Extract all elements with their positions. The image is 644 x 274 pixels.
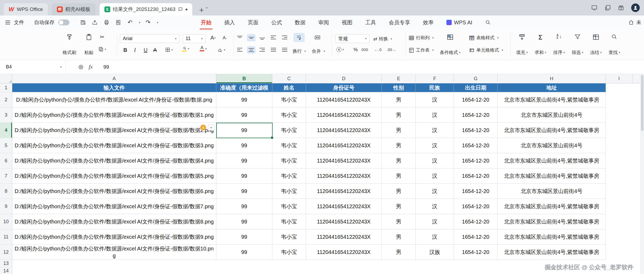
column-header-A[interactable]: A [12,74,216,83]
header-cell-G1[interactable]: 出生日期 [454,83,498,92]
cell-B10[interactable]: 99 [216,214,272,229]
conditional-format-button[interactable]: 条件格式▾ [437,32,464,58]
sort-button[interactable]: AZ↓ 排序▾ [551,32,567,58]
sum-button[interactable]: Σ 求和▾ [532,32,548,58]
cell-F3[interactable]: 汉 [416,107,454,123]
cell-C9[interactable]: 韦小宝 [272,199,306,214]
cell-G7[interactable]: 1654-12-20 [454,168,498,184]
print-preview-button[interactable] [114,18,122,27]
tab-review[interactable]: 审阅 [318,16,329,29]
file-menu[interactable]: 文件 [14,19,24,26]
header-cell-E1[interactable]: 性别 [382,83,416,92]
header-cell-B1[interactable]: 准确度（用来过滤模 [216,83,272,92]
row-header-7[interactable]: 7 [0,168,12,184]
wrap-text-menu[interactable]: 换行▾ [293,48,306,54]
formula-input[interactable]: 99 [103,64,109,70]
cell-F4[interactable]: 汉 [416,123,454,138]
cell-A12[interactable]: D:/鲸闲办公/python办公/摸鱼办公软件/数据源/excel AI文件/身… [12,245,216,260]
cell-H2[interactable]: 北京市东城区景山前街4号,紫禁城敬事房 [498,92,606,107]
cell-D2[interactable]: 11204416541220243X [306,92,382,107]
cell-F5[interactable]: 汉 [416,138,454,153]
cell-D6[interactable]: 11204416541220243X [306,153,382,168]
column-header-B[interactable]: B [216,74,272,83]
row-header-14[interactable]: 14 [0,267,12,274]
cell-G3[interactable]: 1654-12-20 [454,107,498,123]
paste-button[interactable]: 粘贴 [81,32,97,58]
cell-A2[interactable]: D:/鲸闲办公/python办公/摸鱼办公软件/数据源/excel AI文件/身… [12,92,216,107]
vertical-scrollbar[interactable] [640,74,644,274]
fill-color-button[interactable]: ▾ [182,46,189,52]
cell-E2[interactable]: 男 [382,92,416,107]
font-size-select[interactable]: 11▾ [183,34,206,43]
seal-icon[interactable] [78,64,84,70]
table-style-menu[interactable]: 表格样式▾ [469,35,499,41]
header-cell-F1[interactable]: 民族 [416,83,454,92]
undo-button[interactable]: ↶ [126,18,134,27]
distribute-button[interactable] [282,48,287,52]
tab-tools[interactable]: 工具 [365,16,376,29]
cell-G4[interactable]: 1654-12-20 [454,123,498,138]
align-right-button[interactable] [260,48,265,52]
cell-E5[interactable]: 男 [382,138,416,153]
cell-E6[interactable]: 男 [382,153,416,168]
freeze-button[interactable]: 冻结▾ [588,32,604,58]
row-header-2[interactable]: 2 [0,92,12,107]
column-header-F[interactable]: F [416,74,454,83]
merge-cells-button[interactable] [314,34,321,41]
cell-F7[interactable]: 汉 [416,168,454,184]
header-cell-H1[interactable]: 地址 [498,83,606,92]
cell-C3[interactable]: 韦小宝 [272,107,306,123]
cell-G2[interactable]: 1654-12-20 [454,92,498,107]
percent-format-button[interactable]: % [354,47,358,53]
cell-B3[interactable]: 99 [216,107,272,123]
redo-chevron-icon[interactable]: ▾ [157,21,159,24]
cell-B12[interactable]: 99 [216,245,272,260]
increase-decimal-button[interactable]: ←.0 [374,48,382,52]
cast-icon[interactable] [591,5,598,11]
row-header-9[interactable]: 9 [0,199,12,214]
cell-C2[interactable]: 韦小宝 [272,92,306,107]
row-header-11[interactable]: 11 [0,229,12,245]
cell-D8[interactable]: 11204416541220243X [306,184,382,199]
menu-right-area[interactable]: 未 [628,16,641,29]
cell-E9[interactable]: 男 [382,199,416,214]
column-header-I[interactable]: I [606,74,633,83]
cell-B4[interactable]: 99 [216,123,272,138]
tab-insert[interactable]: 插入 [224,16,235,29]
name-box[interactable]: B4 ▾ [0,60,66,74]
underline-button[interactable]: U [144,47,147,53]
print-button[interactable] [103,18,111,27]
cell-A9[interactable]: D:/鲸闲办公/python办公/摸鱼办公软件/数据源/excel AI文件/身… [12,199,216,214]
copy-button[interactable]: ▾ [98,47,106,52]
convert-button[interactable]: ⇄ 转换▾ [373,36,392,42]
cell-H10[interactable]: 北京市东城区景山前街4号,紫禁城敬事房 [498,214,606,229]
cell-G11[interactable]: 1654-12-20 [454,229,498,245]
redo-button[interactable]: ↷ [144,18,152,27]
cell-C4[interactable]: 韦小宝 [272,123,306,138]
fill-button[interactable]: 填充▾ [514,32,530,58]
cell-A7[interactable]: D:/鲸闲办公/python办公/摸鱼办公软件/数据源/excel AI文件/身… [12,168,216,184]
cell-B7[interactable]: 99 [216,168,272,184]
cell-E4[interactable]: 男 [382,123,416,138]
cell-F2[interactable]: 汉 [416,92,454,107]
font-color-button[interactable]: A ▾ [200,46,207,51]
align-middle-button[interactable] [247,34,255,41]
cell-D3[interactable]: 11204416541220243X [306,107,382,123]
cell-D10[interactable]: 11204416541220243X [306,214,382,229]
cell-G6[interactable]: 1654-12-20 [454,153,498,168]
cell-D9[interactable]: 11204416541220243X [306,199,382,214]
tab-wps-office[interactable]: W WPS Office [4,3,48,16]
align-left-button[interactable] [237,48,242,52]
row-header-10[interactable]: 10 [0,214,12,229]
tab-docer-ai[interactable]: 稻 稻壳AI模板 [52,3,95,16]
tab-home[interactable]: 开始 [201,16,211,29]
cell-B11[interactable]: 99 [216,229,272,245]
row-header-6[interactable]: 6 [0,153,12,168]
bold-button[interactable]: B [123,47,127,53]
cell-D4[interactable]: 11204416541220243X [306,123,382,138]
cell-H6[interactable]: 北京市东城区景山前街4号,紫禁城敬事房 [498,153,606,168]
cell-G12[interactable]: 1654-12-20 [454,245,498,260]
cell-C6[interactable]: 韦小宝 [272,153,306,168]
cell-H12[interactable]: 北京市东城区景山前街4号,紫禁城敬事房 [498,245,606,260]
tab-data[interactable]: 数据 [295,16,305,29]
